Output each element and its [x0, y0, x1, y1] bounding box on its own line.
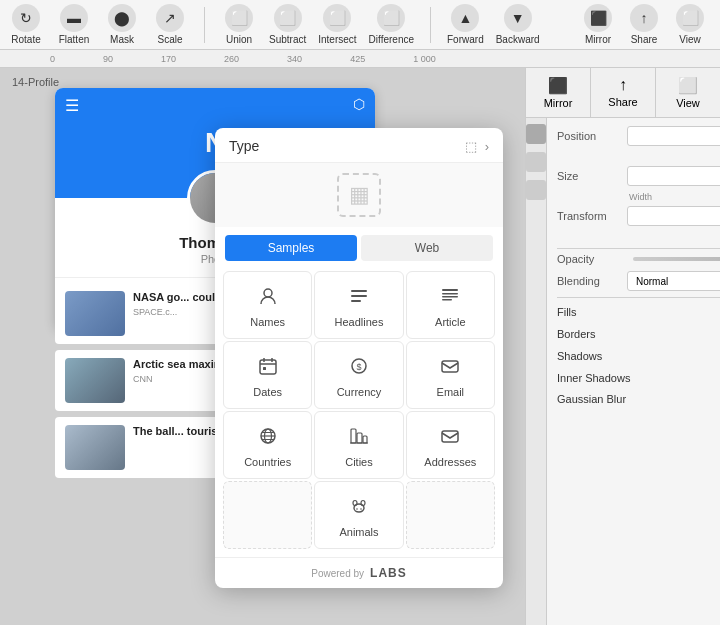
grid-item-animals[interactable]: Animals	[314, 481, 403, 549]
position-row: Position	[557, 126, 720, 146]
backward-icon: ▼	[504, 4, 532, 32]
grid-item-dates[interactable]: Dates	[223, 341, 312, 409]
blending-row: Blending Normal	[557, 271, 720, 291]
opacity-slider[interactable]	[633, 257, 720, 261]
news-thumb-3	[65, 425, 125, 470]
svg-point-30	[360, 508, 362, 510]
grid-item-currency[interactable]: $ Currency	[314, 341, 403, 409]
blending-select[interactable]: Normal	[627, 271, 720, 291]
size-inputs: 🔒	[627, 166, 720, 186]
toolbar-item-intersect[interactable]: ⬜ Intersect	[318, 4, 356, 45]
width-input[interactable]	[627, 166, 720, 186]
fills-header[interactable]: Fills +	[557, 304, 720, 320]
type-grid: Names Headlines	[215, 269, 503, 557]
toolbar-item-forward[interactable]: ▲ Forward	[447, 4, 484, 45]
union-icon: ⬜	[225, 4, 253, 32]
svg-rect-23	[363, 436, 367, 443]
toolbar-item-difference[interactable]: ⬜ Difference	[369, 4, 414, 45]
svg-rect-3	[351, 300, 361, 302]
toolbar-view[interactable]: ⬜ View	[668, 4, 712, 45]
modal-title: Type	[229, 138, 259, 154]
tab-web[interactable]: Web	[361, 235, 493, 261]
grid-item-headlines[interactable]: Headlines	[314, 271, 403, 339]
borders-header[interactable]: Borders +	[557, 326, 720, 342]
toolbar-item-mask[interactable]: ⬤ Mask	[104, 4, 140, 45]
tab-samples[interactable]: Samples	[225, 235, 357, 261]
svg-rect-1	[351, 290, 367, 292]
toolbar-share[interactable]: ↑ Share	[622, 4, 666, 45]
position-label: Position	[557, 130, 627, 142]
opacity-row: Opacity	[557, 253, 720, 265]
placeholder-icon: ▦	[337, 173, 381, 217]
panel-tabs: ⬛ Mirror ↑ Share ⬜ View	[526, 68, 720, 118]
countries-label: Countries	[244, 456, 291, 468]
asset-icon[interactable]	[526, 152, 546, 172]
labs-logo: LABS	[370, 566, 407, 580]
svg-rect-7	[442, 299, 452, 301]
panel-properties: Position X Size 🔒 Width H	[547, 118, 720, 625]
toolbar-item-backward[interactable]: ▼ Backward	[496, 4, 540, 45]
grid-item-cities[interactable]: Cities	[314, 411, 403, 479]
transform-label: Transform	[557, 210, 627, 222]
component-icon[interactable]	[526, 180, 546, 200]
mirror-icon: ⬛	[584, 4, 612, 32]
svg-rect-5	[442, 293, 458, 295]
toolbar-mirror[interactable]: ⬛ Mirror	[576, 4, 620, 45]
size-row: Size 🔒	[557, 166, 720, 186]
svg-rect-4	[442, 289, 458, 291]
transform-input[interactable]	[627, 206, 720, 226]
svg-text:$: $	[356, 362, 361, 372]
layer-icon[interactable]	[526, 124, 546, 144]
canvas-area[interactable]: 14-Profile ☰ N ⬡ Thomas S Photo 26 Comme…	[0, 68, 525, 625]
cities-label: Cities	[345, 456, 373, 468]
powered-by-text: Powered by	[311, 568, 364, 579]
rotate-sub-label: Rotate	[557, 232, 720, 242]
svg-rect-21	[351, 429, 356, 443]
svg-point-29	[356, 508, 358, 510]
shadows-header[interactable]: Shadows +	[557, 348, 720, 364]
settings-icon: ⬡	[353, 96, 365, 112]
width-sub-label: Width	[629, 192, 652, 202]
grid-item-addresses[interactable]: Addresses	[406, 411, 495, 479]
position-x-input[interactable]	[627, 126, 720, 146]
view-icon: ⬜	[676, 4, 704, 32]
svg-rect-12	[263, 367, 266, 370]
modal-placeholder: ▦	[215, 163, 503, 227]
grid-item-article[interactable]: Article	[406, 271, 495, 339]
difference-icon: ⬜	[377, 4, 405, 32]
scale-icon: ↗	[156, 4, 184, 32]
article-label: Article	[435, 316, 466, 328]
animals-label: Animals	[339, 526, 378, 538]
tab-mirror[interactable]: ⬛ Mirror	[526, 68, 591, 117]
headlines-icon	[348, 285, 370, 312]
rotate-icon: ↻	[12, 4, 40, 32]
toolbar-item-union[interactable]: ⬜ Union	[221, 4, 257, 45]
modal-footer: Powered by LABS	[215, 557, 503, 588]
toolbar-item-scale[interactable]: ↗ Scale	[152, 4, 188, 45]
gaussian-blur-header[interactable]: Gaussian Blur ⌄	[557, 392, 720, 406]
right-panel: ⬛ Mirror ↑ Share ⬜ View	[525, 68, 720, 625]
cities-icon	[348, 425, 370, 452]
chevron-right-icon[interactable]: ›	[485, 139, 489, 154]
currency-label: Currency	[337, 386, 382, 398]
toolbar-item-rotate[interactable]: ↻ Rotate	[8, 4, 44, 45]
grid-item-countries[interactable]: Countries	[223, 411, 312, 479]
grid-item-empty-1	[223, 481, 312, 549]
divider-2	[557, 297, 720, 298]
toolbar-item-subtract[interactable]: ⬜ Subtract	[269, 4, 306, 45]
opacity-label: Opacity	[557, 253, 627, 265]
toolbar-item-flatten[interactable]: ▬ Flatten	[56, 4, 92, 45]
type-modal[interactable]: Type ⬚ › ▦ Samples Web	[215, 128, 503, 588]
tab-share[interactable]: ↑ Share	[591, 68, 656, 117]
menu-icon: ☰	[65, 96, 79, 115]
svg-rect-2	[351, 295, 367, 297]
inner-shadows-header[interactable]: Inner Shadows +	[557, 370, 720, 386]
external-link-icon[interactable]: ⬚	[465, 139, 477, 154]
modal-header: Type ⬚ ›	[215, 128, 503, 163]
tab-view[interactable]: ⬜ View	[656, 68, 720, 117]
news-thumb-1	[65, 291, 125, 336]
countries-icon	[257, 425, 279, 452]
grid-item-names[interactable]: Names	[223, 271, 312, 339]
grid-item-email[interactable]: Email	[406, 341, 495, 409]
divider-1	[557, 248, 720, 249]
